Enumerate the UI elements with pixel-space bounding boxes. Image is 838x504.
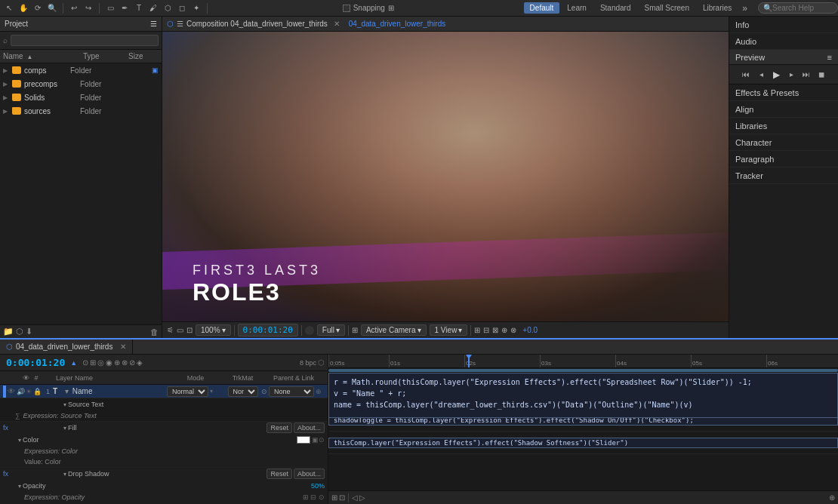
tl-icon4[interactable]: ◉ bbox=[106, 358, 112, 367]
preview-play-btn[interactable]: ▶ bbox=[770, 69, 782, 81]
table-row-layer1[interactable]: 👁 🔊 ☀ 🔒 1 T ▾ Name Normal bbox=[0, 385, 328, 398]
right-panel-libraries[interactable]: Libraries bbox=[729, 118, 838, 134]
more-workspaces-icon[interactable]: » bbox=[739, 3, 750, 14]
puppet-tool-icon[interactable]: ✦ bbox=[190, 2, 202, 14]
source-text-expand[interactable]: ▾ bbox=[63, 401, 66, 408]
viewer-icon4[interactable]: ⊞ bbox=[474, 326, 480, 334]
arrow-tool-icon[interactable]: ↖ bbox=[3, 2, 15, 14]
layer1-expand[interactable]: ▾ bbox=[65, 387, 69, 395]
right-panel-paragraph[interactable]: Paragraph bbox=[729, 151, 838, 167]
preview-stop-btn[interactable]: ◼ bbox=[815, 69, 827, 81]
fill-about-btn[interactable]: About... bbox=[294, 423, 325, 433]
viewer-icon6[interactable]: ⊠ bbox=[492, 326, 498, 334]
project-search-input[interactable] bbox=[11, 35, 159, 46]
text-tool-icon[interactable]: T bbox=[133, 2, 145, 14]
undo-icon[interactable]: ↩ bbox=[68, 2, 80, 14]
right-panel-align[interactable]: Align bbox=[729, 101, 838, 118]
opacity-expand[interactable]: ▾ bbox=[18, 483, 21, 490]
layout-selector[interactable]: 1 View ▾ bbox=[430, 324, 468, 336]
zoom-selector[interactable]: 100% ▾ bbox=[196, 324, 231, 336]
view-quality-selector[interactable]: Full ▾ bbox=[317, 324, 345, 336]
viewer-icon8[interactable]: ⊗ bbox=[510, 326, 516, 334]
zoom-tool-icon[interactable]: 🔍 bbox=[46, 2, 58, 14]
layer1-solo-icon[interactable]: ☀ bbox=[26, 388, 32, 395]
tab-standard[interactable]: Standard bbox=[594, 2, 637, 14]
tab-default[interactable]: Default bbox=[524, 2, 560, 14]
fill-expand[interactable]: ▾ bbox=[63, 425, 66, 432]
fill-color-swatch[interactable] bbox=[297, 436, 310, 444]
layer1-audio-icon[interactable]: 🔊 bbox=[17, 388, 24, 395]
new-comp-icon[interactable]: ⬡ bbox=[16, 327, 23, 337]
tl-r-icon2[interactable]: ⊡ bbox=[339, 493, 345, 502]
viewer-icon-res[interactable]: ⊞ bbox=[352, 326, 358, 334]
opacity-value[interactable]: 50% bbox=[311, 482, 325, 490]
viewer-icon2[interactable]: ▭ bbox=[177, 326, 183, 334]
list-item-precomps[interactable]: ▶ precomps Folder bbox=[0, 77, 162, 91]
tl-icon8[interactable]: ◈ bbox=[137, 358, 143, 367]
tl-icon3[interactable]: ◎ bbox=[97, 358, 104, 367]
shadow-reset-btn[interactable]: Reset bbox=[266, 469, 292, 479]
right-panel-character[interactable]: Character bbox=[729, 134, 838, 151]
new-folder-icon[interactable]: 📁 bbox=[3, 327, 14, 337]
expr-softness-bar[interactable]: thisComp.layer("Expression Effects").eff… bbox=[328, 438, 838, 448]
timecode-display-viewer[interactable]: 0:00:01:20 bbox=[238, 324, 298, 337]
tl-icon2[interactable]: ⊞ bbox=[90, 358, 96, 367]
tab-small-screen[interactable]: Small Screen bbox=[638, 2, 695, 14]
layer1-mode-select[interactable]: Normal bbox=[167, 386, 208, 397]
work-area-range[interactable] bbox=[328, 369, 838, 372]
rect-tool-icon[interactable]: ▭ bbox=[104, 2, 116, 14]
viewer-icon1[interactable]: ⚟ bbox=[167, 326, 174, 334]
brush-tool-icon[interactable]: 🖌 bbox=[147, 2, 159, 14]
fill-reset-btn[interactable]: Reset bbox=[266, 423, 292, 433]
project-menu-icon[interactable]: ☰ bbox=[150, 20, 157, 28]
tl-icon7[interactable]: ⊘ bbox=[129, 358, 135, 367]
preview-step-back-btn[interactable]: ◂ bbox=[755, 69, 767, 81]
redo-icon[interactable]: ↪ bbox=[82, 2, 94, 14]
eraser-tool-icon[interactable]: ◻ bbox=[176, 2, 188, 14]
tl-r-icon4[interactable]: ▷ bbox=[359, 493, 365, 502]
viewer-icon3[interactable]: ⊡ bbox=[186, 326, 193, 334]
expression-editor[interactable]: r = Math.round(thisComp.layer("Expressio… bbox=[328, 373, 838, 418]
fill-color-expand[interactable]: ▾ bbox=[18, 437, 21, 444]
timeline-tab-close[interactable]: ✕ bbox=[120, 343, 126, 351]
tab-learn[interactable]: Learn bbox=[561, 2, 593, 14]
timecode-display[interactable]: 0:00:01:20 bbox=[3, 357, 68, 368]
right-panel-info[interactable]: Info bbox=[729, 17, 838, 33]
pen-tool-icon[interactable]: ✒ bbox=[119, 2, 131, 14]
preview-jump-end-btn[interactable]: ⏭ bbox=[800, 69, 812, 81]
viewer-icon5[interactable]: ⊟ bbox=[483, 326, 489, 334]
playhead[interactable] bbox=[468, 355, 470, 367]
layer1-lock-icon[interactable]: 🔒 bbox=[33, 388, 41, 395]
right-panel-tracker[interactable]: Tracker bbox=[729, 167, 838, 184]
right-panel-audio[interactable]: Audio bbox=[729, 33, 838, 50]
right-panel-effects[interactable]: Effects & Presets bbox=[729, 85, 838, 101]
shadow-about-btn[interactable]: About... bbox=[294, 469, 325, 479]
comp-close-icon[interactable]: ✕ bbox=[334, 20, 340, 28]
tl-r-icon5[interactable]: ⊕ bbox=[829, 493, 835, 502]
tl-icon6[interactable]: ⊗ bbox=[122, 358, 128, 367]
list-item-sources[interactable]: ▶ sources Folder bbox=[0, 104, 162, 118]
stamp-tool-icon[interactable]: ⬡ bbox=[162, 2, 174, 14]
delete-icon[interactable]: 🗑 bbox=[150, 327, 159, 337]
layer1-visibility-icon[interactable]: 👁 bbox=[8, 387, 15, 395]
tab-libraries[interactable]: Libraries bbox=[697, 2, 738, 14]
snapping-checkbox[interactable] bbox=[343, 5, 350, 12]
layer1-parent-select[interactable]: None bbox=[269, 386, 314, 397]
preview-menu-icon[interactable]: ≡ bbox=[827, 53, 832, 62]
import-icon[interactable]: ⬇ bbox=[26, 327, 32, 337]
preview-step-forward-btn[interactable]: ▸ bbox=[785, 69, 797, 81]
tl-r-icon3[interactable]: ◁ bbox=[352, 493, 358, 502]
list-item-solids[interactable]: ▶ Solids Folder bbox=[0, 91, 162, 104]
viewer-icon7[interactable]: ⊕ bbox=[501, 326, 507, 334]
search-input[interactable] bbox=[772, 4, 833, 12]
hand-tool-icon[interactable]: ✋ bbox=[17, 2, 29, 14]
shadow-expand[interactable]: ▾ bbox=[63, 471, 66, 478]
camera-selector[interactable]: Active Camera ▾ bbox=[361, 324, 427, 336]
timeline-tab[interactable]: ⬡ 04_data_driven_lower_thirds ✕ bbox=[0, 340, 133, 354]
rotate-tool-icon[interactable]: ⟳ bbox=[32, 2, 44, 14]
comp-tab-label[interactable]: Composition 04_data_driven_lower_thirds bbox=[186, 20, 328, 28]
tl-icon1[interactable]: ⊙ bbox=[82, 358, 88, 367]
tl-icon5[interactable]: ⊕ bbox=[114, 358, 120, 367]
layer1-trimat-select[interactable]: None bbox=[228, 386, 258, 397]
list-item-comps[interactable]: ▶ comps Folder ▣ bbox=[0, 63, 162, 77]
